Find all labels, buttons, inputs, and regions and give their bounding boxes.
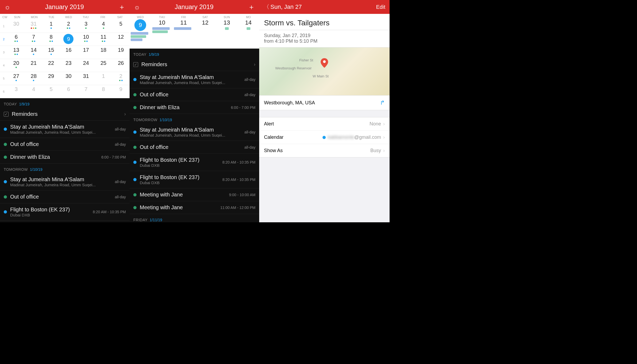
event-color-dot: [133, 146, 137, 149]
calendar-day[interactable]: 14: [25, 46, 42, 59]
agenda-event[interactable]: Out of officeall-day: [130, 88, 259, 101]
calendar-day[interactable]: 21: [25, 59, 42, 72]
calendar-day[interactable]: 2: [112, 72, 130, 85]
agenda-event[interactable]: Out of officeall-day: [130, 141, 259, 154]
reminders-row[interactable]: ✓Reminders›: [0, 108, 130, 121]
settings-icon[interactable]: ☼: [134, 3, 140, 11]
agenda-section-header: TODAY1/9/19: [0, 98, 130, 108]
agenda-list[interactable]: TODAY1/9/19✓Reminders›Stay at Jumeirah M…: [0, 98, 130, 222]
calendar-day[interactable]: 3: [7, 85, 25, 98]
add-icon[interactable]: ＋: [248, 2, 255, 12]
calendar-day[interactable]: 17: [77, 46, 95, 59]
event-color-dot: [4, 210, 7, 213]
agenda-event[interactable]: Dinner with Eliza6:00 - 7:00 PM: [0, 151, 130, 164]
location-row[interactable]: Westborough, MA, USA ↱: [259, 96, 390, 110]
agenda-event[interactable]: Flight to Boston (EK 237)Dubai DXB8:20 A…: [0, 203, 130, 221]
calendar-day[interactable]: 22: [42, 59, 60, 72]
calendar-day[interactable]: 8: [95, 85, 112, 98]
agenda-event[interactable]: Dinner with Eliza6:00 - 7:00 PM: [130, 101, 259, 114]
agenda-event[interactable]: Stay at Jumeirah Mina A'SalamMadinat Jum…: [0, 173, 130, 191]
calendar-day[interactable]: 29: [42, 72, 60, 85]
week-day[interactable]: WED9: [130, 15, 151, 42]
calendar-day[interactable]: 31: [25, 20, 42, 33]
event-color-dot: [133, 93, 137, 96]
reminders-row[interactable]: ✓Reminders›: [130, 58, 259, 71]
calendar-day[interactable]: 12: [112, 33, 130, 46]
calendar-day[interactable]: 7: [77, 85, 95, 98]
calendar-day[interactable]: 5: [42, 85, 60, 98]
map[interactable]: Westborough Reservoir Fisher St W Main S…: [259, 48, 390, 96]
calendar-day[interactable]: 20: [7, 59, 25, 72]
settings-icon[interactable]: ☼: [4, 3, 11, 11]
calendar-day[interactable]: 9: [112, 85, 130, 98]
calendar-day[interactable]: 3: [77, 20, 95, 33]
week-day[interactable]: SAT12: [194, 15, 216, 26]
calendar-day[interactable]: 7: [25, 33, 42, 46]
week-day[interactable]: THU10: [151, 15, 173, 34]
calendar-day[interactable]: 8: [42, 33, 60, 46]
calendar-day[interactable]: 4: [95, 20, 112, 33]
week-day[interactable]: FRI11: [173, 15, 195, 30]
event-color-dot: [4, 143, 7, 146]
add-icon[interactable]: ＋: [118, 2, 125, 12]
agenda-event[interactable]: Flight to Boston (EK 237)Dubai DXB8:20 A…: [130, 171, 259, 188]
month-view-pane: ☼ January 2019 ＋ CWSUNMONTUEWEDTHUFRISAT…: [0, 0, 130, 222]
agenda-event[interactable]: Meeting with Jane9:00 - 10:00 AM: [130, 188, 259, 201]
alert-row[interactable]: Alert None›: [259, 117, 390, 131]
calendar-day[interactable]: 27: [7, 72, 25, 85]
calendar-day[interactable]: 30: [7, 20, 25, 33]
calendar-day[interactable]: 26: [112, 59, 130, 72]
event-datetime: Sunday, Jan 27, 2019 from 4:10 PM to 5:1…: [259, 30, 390, 48]
checkbox-icon: ✓: [133, 62, 138, 67]
agenda-event[interactable]: Stay at Jumeirah Mina A'SalamMadinat Jum…: [130, 71, 259, 88]
calendar-day[interactable]: 28: [25, 72, 42, 85]
calendar-day[interactable]: 23: [60, 59, 77, 72]
calendar-day[interactable]: 25: [95, 59, 112, 72]
header-title[interactable]: January 2019: [175, 3, 213, 11]
calendar-day[interactable]: 5: [112, 20, 130, 33]
event-color-dot: [133, 78, 137, 81]
calendar-day[interactable]: 31: [77, 72, 95, 85]
calendar-day[interactable]: 16: [60, 46, 77, 59]
calendar-day[interactable]: 4: [25, 85, 42, 98]
calendar-day[interactable]: 6: [60, 85, 77, 98]
checkbox-icon: ✓: [4, 112, 9, 117]
calendar-day[interactable]: 24: [77, 59, 95, 72]
back-button[interactable]: 〈 Sun, Jan 27: [263, 3, 302, 11]
edit-button[interactable]: Edit: [376, 4, 385, 10]
show-as-row[interactable]: Show As Busy›: [259, 144, 390, 157]
calendar-day[interactable]: 15: [42, 46, 60, 59]
calendar-day[interactable]: 13: [7, 46, 25, 59]
calendar-day[interactable]: 1: [95, 72, 112, 85]
calendar-day[interactable]: 2: [60, 20, 77, 33]
calendar-day[interactable]: 10: [77, 33, 95, 46]
agenda-event[interactable]: Stay at Jumeirah Mina A'SalamMadinat Jum…: [130, 124, 259, 141]
week-day[interactable]: MO14: [238, 15, 259, 30]
map-pin-icon: [321, 58, 328, 70]
agenda-event[interactable]: Flight to Boston (EK 237): [0, 221, 130, 222]
location-text: Westborough, MA, USA: [264, 100, 315, 106]
calendar-row[interactable]: Calendar kabbamonte@gmail.com ›: [259, 131, 390, 144]
agenda-event[interactable]: Out of officeall-day: [0, 191, 130, 203]
directions-icon[interactable]: ↱: [380, 99, 385, 106]
event-title: Storm vs. Tailgaters: [259, 14, 390, 30]
agenda-event[interactable]: Stay at Jumeirah Mina A'SalamMadinat Jum…: [0, 121, 130, 138]
calendar-day[interactable]: 19: [112, 46, 130, 59]
calendar-day[interactable]: 18: [95, 46, 112, 59]
calendar-day[interactable]: 1: [42, 20, 60, 33]
agenda-event[interactable]: Out of officeall-day: [0, 138, 130, 151]
calendar-day[interactable]: 11: [95, 33, 112, 46]
agenda-event[interactable]: Meeting with Jane11:00 AM - 12:00 PM: [130, 201, 259, 214]
event-color-dot: [133, 161, 137, 164]
calendar-day[interactable]: 30: [60, 72, 77, 85]
event-color-dot: [133, 193, 137, 196]
header-title[interactable]: January 2019: [45, 3, 84, 11]
agenda-list[interactable]: TODAY1/9/19✓Reminders›Stay at Jumeirah M…: [130, 49, 259, 222]
agenda-event[interactable]: Flight to Boston (EK 237)Dubai DXB8:20 A…: [130, 154, 259, 171]
week-strip[interactable]: WED9THU10FRI11SAT12SUN13MO14: [130, 14, 259, 49]
chevron-left-icon: 〈: [263, 3, 269, 11]
chevron-right-icon: ›: [383, 148, 385, 153]
calendar-day[interactable]: 9: [60, 33, 77, 46]
calendar-day[interactable]: 6: [7, 33, 25, 46]
week-day[interactable]: SUN13: [216, 15, 238, 30]
